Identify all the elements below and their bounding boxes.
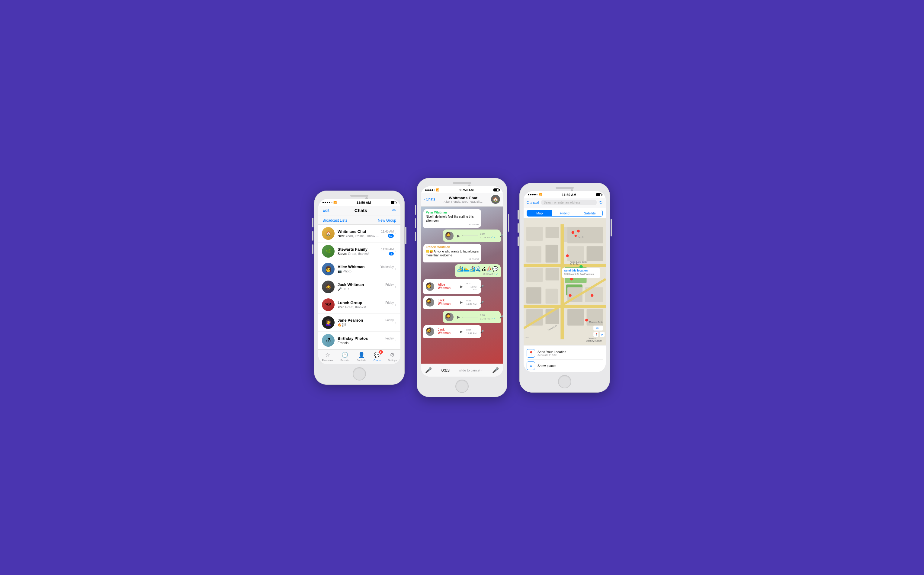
- chat-time-jack: Friday: [385, 283, 394, 286]
- segment-hybrid[interactable]: Hybrid: [552, 210, 577, 216]
- show-places-icon: ∧: [527, 362, 535, 370]
- chevron-icon: ›: [395, 249, 396, 253]
- phone-2-home-button[interactable]: [456, 380, 468, 393]
- message-out-audio-1: 🧔 ▶ 0:09 11:38 PM ✓✓ 🎤: [443, 230, 501, 242]
- segment-map[interactable]: Map: [527, 210, 552, 216]
- phone-3-home-button[interactable]: [558, 375, 571, 388]
- chevron-icon: ›: [395, 285, 396, 289]
- message-alice-audio: 👩 Alice Whitman ▶ 0:15 11:42 AM 🎤: [423, 279, 481, 294]
- chat-avatar-lunch: 🍽: [322, 299, 335, 311]
- audio-avatar-out-2: 🧔: [445, 313, 454, 321]
- chat-item-lunch[interactable]: 🍽 Lunch Group Friday You: Great, thanks!…: [318, 296, 400, 314]
- map-view: Yerba Buena Center for the Arts Yerba Bu…: [524, 218, 606, 345]
- chat-name-birthday: Birthday Photos: [338, 336, 368, 341]
- chat-item-alice[interactable]: 👩 Alice Whitman Yesterday 📷 Photo ›: [318, 260, 400, 278]
- tab-recents[interactable]: 🕐 Recents: [340, 351, 349, 362]
- status-time: 11:50 AM: [357, 201, 371, 205]
- svg-text:📍: 📍: [595, 332, 599, 336]
- edit-button[interactable]: Edit: [322, 208, 329, 213]
- chevron-icon: ›: [395, 303, 396, 307]
- compose-button[interactable]: ✏: [392, 208, 396, 213]
- mic-icon: 🎤: [480, 301, 484, 304]
- mic-icon: 🎤: [480, 330, 484, 334]
- svg-rect-8: [546, 268, 559, 280]
- conversation-header: ‹ Chats Whitmans Chat Alice, Francis, Ja…: [421, 193, 503, 206]
- tab-contacts[interactable]: 👤 Contacts: [357, 351, 366, 362]
- tab-settings[interactable]: ⚙ Settings: [388, 351, 397, 362]
- map-refresh-button[interactable]: ↻: [599, 200, 603, 205]
- chevron-icon: ›: [395, 321, 396, 325]
- new-group-button[interactable]: New Group: [378, 218, 396, 222]
- svg-text:Yerba Buena Center: Yerba Buena Center: [570, 260, 587, 263]
- chat-item-stewarts[interactable]: 🌿 Stewarts Family 11:39 AM Steve: Great,…: [318, 243, 400, 260]
- chat-preview-stewarts: Steve: Great, thanks!: [338, 252, 369, 256]
- svg-point-35: [572, 231, 574, 234]
- status-left: 📶: [322, 201, 337, 204]
- svg-rect-2: [546, 227, 559, 238]
- wifi-icon: 📶: [539, 193, 542, 196]
- status-right: [596, 193, 602, 196]
- send-location-item[interactable]: 📍 Send Your Location Accurate to 10m: [527, 347, 603, 360]
- tab-favorites[interactable]: ☆ Favorites: [322, 351, 333, 362]
- conversation-subtitle: Alice, Francis, Jack, Peter, Eli,...: [435, 200, 491, 203]
- play-button[interactable]: ▶: [460, 329, 463, 334]
- chat-avatar-alice: 👩: [322, 263, 335, 275]
- chat-item-birthday[interactable]: 🏖 Birthday Photos Friday Francis: ›: [318, 332, 400, 349]
- phones-container: 📶 11:50 AM Edit Chats ✏ Broadcast Lists …: [314, 178, 610, 397]
- phone-1-home-button[interactable]: [353, 367, 366, 381]
- show-places-item[interactable]: ∧ Show places: [527, 360, 603, 372]
- message-jack-audio-2: 🧔 Jack Whitman ▶ 0:07 11:47 AM 🎤: [423, 325, 481, 338]
- map-footer: 📍 Send Your Location Accurate to 10m ∧ S…: [524, 345, 606, 372]
- mic-icon: 🎤: [499, 315, 503, 319]
- record-mic-icon[interactable]: 🎤: [425, 367, 432, 373]
- chat-avatar-stewarts: 🌿: [322, 245, 335, 257]
- favorites-label: Favorites: [322, 359, 333, 362]
- contacts-icon: 👤: [358, 351, 365, 358]
- message-jack-audio-1: 🧔 Jack Whitman ▶ 0:32 11:43 AM 🎤: [423, 295, 481, 309]
- map-segment-control: Map Hybrid Satellite: [527, 210, 603, 216]
- map-search-input[interactable]: Search or enter an address: [541, 200, 597, 205]
- svg-point-36: [577, 230, 580, 232]
- chats-tab-label: Chats: [373, 359, 381, 362]
- recording-bar: 🎤 0:03 slide to cancel ‹ 🎤: [421, 364, 503, 376]
- status-right: [391, 201, 396, 204]
- status-right: [494, 189, 499, 191]
- chat-item-whitmans[interactable]: 🏠 Whitmans Chat 11:45 AM Ned: Yeah, I th…: [318, 225, 400, 243]
- chat-time-birthday: Friday: [385, 337, 394, 340]
- svg-point-43: [579, 265, 583, 268]
- segment-satellite[interactable]: Satellite: [577, 210, 602, 216]
- svg-point-40: [591, 294, 593, 297]
- play-button[interactable]: ▶: [457, 315, 460, 319]
- chat-name-whitmans: Whitmans Chat: [338, 229, 366, 234]
- svg-text:for the Arts: for the Arts: [570, 263, 579, 265]
- chat-preview-lunch: You: Great, thanks!: [338, 305, 366, 309]
- chat-item-jack[interactable]: 🧔 Jack Whitman Friday 🎤 0:07 ›: [318, 278, 400, 296]
- svg-point-39: [570, 278, 573, 280]
- svg-rect-10: [546, 288, 558, 303]
- battery-icon: [494, 189, 499, 191]
- chevron-icon: ›: [395, 231, 396, 235]
- back-button[interactable]: ‹ Chats: [424, 197, 435, 202]
- tab-chats[interactable]: 💬 2 Chats: [373, 351, 381, 362]
- phone-3-status-bar: 📶 11:50 AM: [524, 191, 606, 198]
- send-location-icon: 📍: [527, 349, 535, 357]
- contacts-label: Contacts: [357, 359, 366, 362]
- chat-name-jack: Jack Whitman: [338, 282, 364, 287]
- svg-text:3D: 3D: [596, 326, 599, 329]
- play-button[interactable]: ▶: [460, 300, 463, 304]
- blue-mic-icon[interactable]: 🎤: [492, 367, 499, 373]
- play-button[interactable]: ▶: [457, 234, 460, 238]
- group-avatar[interactable]: 🏠: [491, 195, 500, 204]
- chat-avatar-jack: 🧔: [322, 281, 335, 293]
- svg-text:Children's: Children's: [588, 337, 596, 340]
- chat-item-jane[interactable]: 👩‍🦱 Jane Pearson Friday 🔥💬 ›: [318, 314, 400, 332]
- phone-1-speaker: [350, 195, 368, 197]
- svg-point-37: [575, 235, 577, 237]
- badge-whitmans: 50: [388, 234, 394, 238]
- chat-preview-jack: 🎤 0:07: [338, 287, 349, 291]
- message-out-emoji: 🏄‍♂️🏊‍♂️🏄‍♀️🌊🏖⛵💬 11:42 AM ✓✓: [455, 264, 501, 277]
- map-cancel-button[interactable]: Cancel: [527, 200, 539, 205]
- play-button[interactable]: ▶: [460, 284, 463, 289]
- broadcast-row: Broadcast Lists New Group: [318, 216, 400, 225]
- broadcast-lists-link[interactable]: Broadcast Lists: [322, 218, 347, 222]
